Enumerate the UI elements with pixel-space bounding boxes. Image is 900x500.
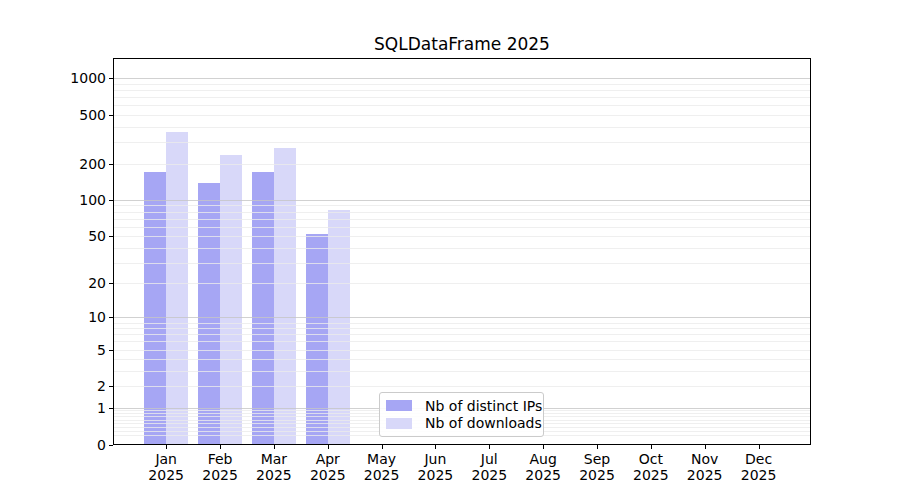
- y-tick-label: 10: [36, 309, 106, 325]
- x-tick-year: 2025: [741, 468, 777, 484]
- legend: Nb of distinct IPs Nb of downloads: [379, 392, 544, 437]
- x-tick-mark: [597, 445, 598, 449]
- x-tick-mark: [489, 445, 490, 449]
- x-tick-month: Apr: [310, 452, 346, 468]
- x-tick-year: 2025: [633, 468, 669, 484]
- chart-figure: SQLDataFrame 2025 0125102050100200500100…: [0, 0, 900, 500]
- x-tick-mark: [166, 445, 167, 449]
- y-tick-label: 5: [36, 342, 106, 358]
- x-tick-label-dec: Dec2025: [741, 452, 777, 483]
- x-tick-label-oct: Oct2025: [633, 452, 669, 483]
- y-tick-label: 20: [36, 275, 106, 291]
- y-tick-label: 2: [36, 378, 106, 394]
- x-tick-month: May: [364, 452, 400, 468]
- x-tick-month: Oct: [633, 452, 669, 468]
- legend-swatch-downloads: [386, 418, 412, 429]
- x-tick-label-mar: Mar2025: [256, 452, 292, 483]
- x-tick-label-sep: Sep2025: [579, 452, 615, 483]
- plot-border: [113, 58, 811, 445]
- x-tick-year: 2025: [364, 468, 400, 484]
- x-tick-label-aug: Aug2025: [525, 452, 561, 483]
- x-tick-mark: [651, 445, 652, 449]
- x-tick-month: Sep: [579, 452, 615, 468]
- chart-title: SQLDataFrame 2025: [113, 34, 811, 54]
- x-tick-label-apr: Apr2025: [310, 452, 346, 483]
- x-tick-mark: [220, 445, 221, 449]
- y-tick-label: 0: [36, 437, 106, 453]
- legend-item-distinct-ips: Nb of distinct IPs: [386, 397, 537, 415]
- y-tick-label: 1: [36, 400, 106, 416]
- y-tick-label: 50: [36, 228, 106, 244]
- y-tick-label: 1000: [36, 70, 106, 86]
- x-tick-month: Dec: [741, 452, 777, 468]
- x-tick-year: 2025: [310, 468, 346, 484]
- x-tick-mark: [759, 445, 760, 449]
- legend-swatch-distinct-ips: [386, 400, 412, 411]
- y-tick-label: 100: [36, 192, 106, 208]
- x-tick-mark: [543, 445, 544, 449]
- x-tick-label-feb: Feb2025: [202, 452, 238, 483]
- y-tick-label: 200: [36, 156, 106, 172]
- x-tick-label-jun: Jun2025: [418, 452, 454, 483]
- x-tick-year: 2025: [256, 468, 292, 484]
- x-tick-year: 2025: [579, 468, 615, 484]
- legend-label-downloads: Nb of downloads: [425, 415, 542, 431]
- x-tick-month: Jan: [148, 452, 184, 468]
- x-tick-month: Feb: [202, 452, 238, 468]
- x-tick-month: Jul: [471, 452, 507, 468]
- x-tick-mark: [705, 445, 706, 449]
- x-tick-month: Nov: [687, 452, 723, 468]
- x-tick-label-nov: Nov2025: [687, 452, 723, 483]
- x-tick-month: Mar: [256, 452, 292, 468]
- y-tick-label: 500: [36, 107, 106, 123]
- x-tick-label-may: May2025: [364, 452, 400, 483]
- x-tick-label-jan: Jan2025: [148, 452, 184, 483]
- legend-item-downloads: Nb of downloads: [386, 415, 537, 433]
- x-tick-month: Aug: [525, 452, 561, 468]
- x-tick-mark: [435, 445, 436, 449]
- x-tick-year: 2025: [687, 468, 723, 484]
- x-tick-mark: [382, 445, 383, 449]
- x-tick-year: 2025: [148, 468, 184, 484]
- legend-label-distinct-ips: Nb of distinct IPs: [425, 398, 542, 414]
- x-tick-label-jul: Jul2025: [471, 452, 507, 483]
- x-tick-year: 2025: [525, 468, 561, 484]
- x-tick-year: 2025: [418, 468, 454, 484]
- x-tick-mark: [328, 445, 329, 449]
- x-tick-month: Jun: [418, 452, 454, 468]
- x-tick-mark: [274, 445, 275, 449]
- x-tick-year: 2025: [471, 468, 507, 484]
- x-tick-year: 2025: [202, 468, 238, 484]
